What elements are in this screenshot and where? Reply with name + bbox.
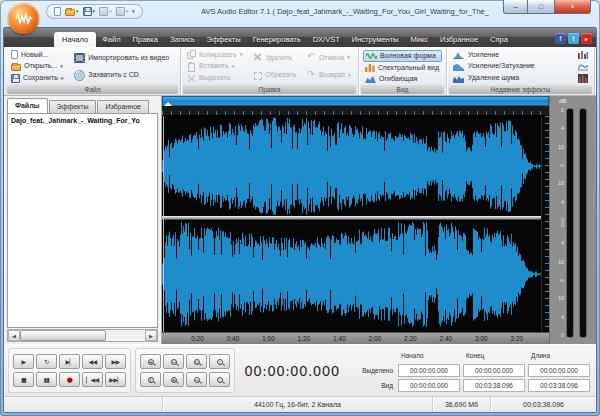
column-header-end: Конец: [463, 349, 525, 362]
file-list-item[interactable]: Dajo_feat._Jahmark_-_Waiting_For_Yo: [11, 117, 154, 124]
tab-help[interactable]: Спра: [484, 33, 514, 47]
stop-button[interactable]: ■: [13, 372, 34, 387]
timeline-label: 3:20: [511, 335, 524, 342]
spectral-view-button[interactable]: Спектральный вид: [363, 63, 442, 73]
selected-end-field[interactable]: 00:00:00.000: [463, 364, 525, 377]
titlebar: ▾ ▾ ▾ ▾ ▾ AVS Audio Editor 7.1 ( Dajo_fe…: [3, 0, 597, 27]
import-from-video-button[interactable]: Импортировать из видео: [72, 53, 171, 63]
view-end-field[interactable]: 00:03:38.096: [463, 379, 525, 392]
youtube-icon[interactable]: ►: [581, 33, 592, 44]
zoom-vertical-in-button[interactable]: [: [140, 372, 161, 387]
group-label-file: Файл: [7, 85, 178, 94]
zoom-vertical-custom-button[interactable]: :: [209, 372, 230, 387]
minimize-button[interactable]: –: [503, 0, 528, 14]
redo-button[interactable]: Возврат▾: [305, 70, 353, 80]
delete-button[interactable]: Удалить: [251, 53, 298, 63]
tab-favorites[interactable]: Избранное: [434, 33, 484, 47]
fast-forward-button[interactable]: ▶▶: [105, 354, 126, 369]
files-list: Dajo_feat._Jahmark_-_Waiting_For_Yo: [7, 113, 158, 328]
dropdown-arrow-icon: ▾: [76, 9, 79, 14]
go-to-end-button[interactable]: ▶▶▏: [105, 372, 126, 387]
scrollbar-track[interactable]: [106, 330, 145, 341]
sidebar-tab-favorites[interactable]: Избранное: [97, 100, 148, 113]
waveform-view-button[interactable]: Волновая форма: [363, 50, 442, 62]
cd-icon: [74, 70, 85, 81]
view-length-field[interactable]: 00:03:38.096: [528, 379, 590, 392]
main-area: Файлы Эффекты Избранное Dajo_feat._Jahma…: [4, 96, 596, 344]
meter-scale: 0410∞10400410∞1040: [552, 108, 565, 338]
record-button[interactable]: ●: [59, 372, 80, 387]
fade-effect-button[interactable]: Усиление/Затухание: [451, 61, 590, 71]
zoom-full-button[interactable]: −: [186, 372, 207, 387]
waveform-channel-right[interactable]: [162, 220, 549, 329]
files-horizontal-scrollbar[interactable]: ◀ ▶: [7, 329, 158, 342]
tab-home[interactable]: Начало: [54, 32, 96, 47]
noise-removal-effect-button[interactable]: Удаление шума: [451, 73, 590, 83]
envelope-view-button[interactable]: Огибающая: [363, 74, 442, 84]
maximize-button[interactable]: □: [528, 0, 554, 14]
waveform-logo-glyph: [15, 12, 33, 26]
zoom-vertical-out-button[interactable]: +: [163, 372, 184, 387]
loop-play-button[interactable]: ↻: [36, 354, 57, 369]
tab-dxvst[interactable]: DX/VST: [307, 33, 346, 47]
statusbar: 44100 Гц, 16-бит, 2 Канала 36.690 Мб 00:…: [4, 396, 596, 412]
spectral-view-icon: [365, 63, 375, 72]
tab-effects[interactable]: Эффекты: [201, 33, 247, 47]
overview-seek-bar[interactable]: [162, 96, 549, 106]
scroll-left-icon[interactable]: ◀: [8, 330, 20, 341]
top-ruler[interactable]: [162, 106, 549, 116]
open-folder-icon: [65, 9, 75, 16]
new-file-quick-button[interactable]: [54, 7, 61, 16]
customize-toolbar-icon[interactable]: ▾: [132, 9, 135, 14]
undo-quick-button[interactable]: ▾: [99, 7, 112, 16]
waveform-panel: 0:200:401:001:201:402:002:202:403:003:20: [162, 96, 549, 344]
sidebar-tab-effects[interactable]: Эффекты: [49, 100, 97, 113]
capture-cd-button[interactable]: Захватить с CD: [72, 70, 171, 81]
selected-length-field[interactable]: 00:00:00.000: [528, 364, 590, 377]
paste-button[interactable]: Вставить▾: [185, 61, 244, 71]
rewind-button[interactable]: ◀◀: [82, 354, 103, 369]
trim-button[interactable]: Обрезать: [251, 70, 298, 80]
timeline[interactable]: 0:200:401:001:201:402:002:202:403:003:20: [162, 332, 549, 344]
waveform-channel-left[interactable]: [162, 116, 549, 216]
zoom-selection-button[interactable]: ▫: [186, 354, 207, 369]
tab-edit[interactable]: Правка: [127, 33, 164, 47]
selected-start-field[interactable]: 00:00:00.000: [398, 364, 460, 377]
open-quick-button[interactable]: ▾: [65, 7, 79, 16]
save-quick-button[interactable]: ▾: [83, 7, 96, 16]
go-to-start-button[interactable]: ▏◀◀: [82, 372, 103, 387]
zoom-custom-button[interactable]: :: [209, 354, 230, 369]
zoom-out-button[interactable]: −: [163, 354, 184, 369]
group-label-edit: Правка: [183, 85, 356, 94]
close-button[interactable]: ×: [554, 0, 591, 14]
row-label-view: Вид: [351, 379, 395, 392]
amplify-effect-button[interactable]: Усиление: [451, 50, 590, 60]
noise-mini-icon: [578, 74, 588, 83]
tab-mix[interactable]: Микс: [405, 33, 435, 47]
tab-record[interactable]: Запись: [164, 33, 201, 47]
new-button[interactable]: Новый...: [9, 50, 65, 60]
redo-quick-button[interactable]: ▾: [116, 7, 129, 16]
view-start-field[interactable]: 00:00:00.000: [398, 379, 460, 392]
zoom-in-button[interactable]: +: [140, 354, 161, 369]
sidebar-tabs: Файлы Эффекты Избранное: [4, 96, 161, 113]
facebook-icon[interactable]: f: [555, 33, 566, 44]
play-button[interactable]: ▶: [13, 354, 34, 369]
tab-generate[interactable]: Генерировать: [247, 33, 307, 47]
copy-icon: [187, 50, 196, 59]
sidebar-tab-files[interactable]: Файлы: [7, 98, 48, 113]
undo-button[interactable]: Отмена▾: [305, 53, 353, 63]
scroll-right-icon[interactable]: ▶: [145, 330, 157, 341]
group-label-view: Вид: [361, 85, 444, 94]
tab-file[interactable]: Файл: [96, 33, 126, 47]
scrollbar-thumb[interactable]: [20, 330, 106, 341]
tab-tools[interactable]: Инструменты: [346, 33, 405, 47]
copy-button[interactable]: Копировать▾: [185, 50, 244, 60]
open-button[interactable]: Открыть...▾: [9, 61, 65, 71]
pause-button[interactable]: ▮▮: [36, 372, 57, 387]
play-file-button[interactable]: ▶▏: [59, 354, 80, 369]
playhead-cursor[interactable]: [163, 116, 164, 332]
save-button[interactable]: Сохранить▾: [9, 73, 65, 83]
cut-button[interactable]: Вырезать: [185, 73, 244, 83]
twitter-icon[interactable]: t: [568, 33, 579, 44]
